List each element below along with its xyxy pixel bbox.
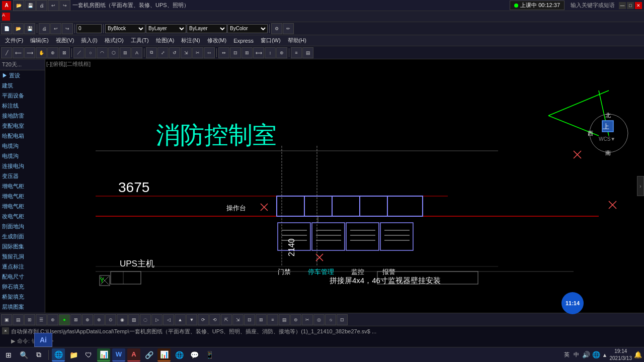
taskbar-volume[interactable]: 🔊 <box>582 351 590 358</box>
sidebar-item-11[interactable]: 增电气柜 <box>0 181 45 191</box>
btool-20[interactable]: ⇱ <box>221 314 232 325</box>
taskbar-link[interactable]: 🔗 <box>142 348 155 361</box>
toolbar-icon[interactable]: 🖨 <box>36 0 47 11</box>
btool-30[interactable]: ⊡ <box>337 314 348 325</box>
sidebar-item-7[interactable]: 电缆沟 <box>0 141 45 151</box>
menu-dim[interactable]: 标注(N) <box>178 36 203 45</box>
btool-21[interactable]: ⇲ <box>232 314 244 325</box>
btool-2[interactable]: ▤ <box>13 314 24 325</box>
taskbar-browser[interactable]: 🌐 <box>52 348 65 361</box>
btool-22[interactable]: ⊟ <box>244 314 255 325</box>
canvas-area[interactable]: [-][俯视][二维线框] 消防控制室 3675 操作 <box>45 59 644 313</box>
btool-15[interactable]: ◁ <box>163 314 174 325</box>
toolbar-icon[interactable]: ↩ <box>48 0 59 11</box>
menu-help[interactable]: 帮助(H) <box>285 36 309 45</box>
menu-insert[interactable]: 插入(I) <box>78 36 100 45</box>
btool-12[interactable]: ▨ <box>128 314 139 325</box>
taskbar-lang-en[interactable]: 英 <box>563 350 571 359</box>
btool-27[interactable]: ✂ <box>302 314 313 325</box>
menu-edit[interactable]: 编辑(E) <box>27 36 52 45</box>
draw-tool-3[interactable]: ⟶ <box>24 47 35 58</box>
draw-arc[interactable]: ◠ <box>97 47 108 58</box>
taskbar-autocad[interactable]: A <box>127 348 140 361</box>
draw-hatch[interactable]: ⊞ <box>120 47 131 58</box>
sidebar-item-2[interactable]: 平面设备 <box>0 90 45 101</box>
close-button[interactable]: ✕ <box>635 2 642 9</box>
modify-offset[interactable]: ⊟ <box>230 47 241 58</box>
sidebar-item-0[interactable]: ▶ 置设 <box>0 70 45 80</box>
btool-18[interactable]: ⟳ <box>198 314 209 325</box>
btool-23[interactable]: ⊞ <box>256 314 267 325</box>
btool-9[interactable]: ⊗ <box>94 314 105 325</box>
linetype-color-select[interactable]: ByLayer <box>146 24 186 33</box>
sidebar-item-23[interactable]: 层填图案 <box>0 302 45 312</box>
dim-linear[interactable]: ⟷ <box>253 47 264 58</box>
redo-btn[interactable]: ↪ <box>62 23 73 34</box>
properties-btn[interactable]: ⚙ <box>271 23 282 34</box>
color-select[interactable]: ByBlock <box>105 24 145 33</box>
menu-express[interactable]: Express <box>230 37 257 45</box>
draw-line[interactable]: ／ <box>73 47 85 58</box>
toolbar-icon[interactable]: ↪ <box>59 0 70 11</box>
minimize-button[interactable]: — <box>619 2 626 9</box>
btool-28[interactable]: ◎ <box>313 314 325 325</box>
maximize-button[interactable]: □ <box>627 2 634 9</box>
draw-tool-5[interactable]: ⊕ <box>47 47 58 58</box>
modify-mirror[interactable]: ⇔ <box>218 47 229 58</box>
taskbar-notification[interactable]: 🔔 <box>634 351 642 358</box>
taskbar-wechat[interactable]: 💬 <box>188 348 201 361</box>
btool-24[interactable]: ≡ <box>267 314 278 325</box>
btool-8[interactable]: ⊕ <box>82 314 93 325</box>
sidebar-item-14[interactable]: 改电气柜 <box>0 211 45 221</box>
btool-16[interactable]: ▲ <box>175 314 186 325</box>
taskbar-chrome[interactable]: 🌐 <box>173 348 186 361</box>
menu-file[interactable]: 文件(F) <box>2 36 26 45</box>
btool-10[interactable]: ⊙ <box>105 314 116 325</box>
taskbar-overflow[interactable]: ▲ <box>602 352 608 358</box>
draw-tool-2[interactable]: ⟵ <box>13 47 24 58</box>
modify-move[interactable]: ⤢ <box>157 47 169 58</box>
toolbar-icon[interactable]: 💾 <box>25 0 36 11</box>
sidebar-item-10[interactable]: 变压器 <box>0 171 45 181</box>
modify-extend[interactable]: ⇿ <box>204 47 215 58</box>
btool-11[interactable]: ◉ <box>117 314 128 325</box>
btool-26[interactable]: ⊜ <box>290 314 301 325</box>
taskbar-ppt[interactable]: 📊 <box>157 348 171 361</box>
cmd-input-field[interactable] <box>32 338 642 344</box>
modify-array[interactable]: ⊞ <box>242 47 253 58</box>
taskbar-lang-cn[interactable]: 中 <box>573 350 580 359</box>
sidebar-item-24[interactable]: 删除填充 <box>0 312 45 313</box>
taskbar-word[interactable]: W <box>112 348 125 361</box>
menu-draw[interactable]: 绘图(A) <box>153 36 178 45</box>
scroll-right[interactable]: › <box>637 176 644 196</box>
taskbar-excel[interactable]: 📊 <box>97 348 110 361</box>
undo-btn[interactable]: ↩ <box>50 23 61 34</box>
draw-tool-pan[interactable]: ✋ <box>36 47 47 58</box>
btool-5[interactable]: ⊛ <box>47 314 58 325</box>
sidebar-item-22[interactable]: 桥架填充 <box>0 292 45 302</box>
start-button[interactable]: ⊞ <box>2 348 15 361</box>
layer-manager[interactable]: ≡ <box>291 47 302 58</box>
sidebar-item-1[interactable]: 建筑 <box>0 80 45 90</box>
save-btn[interactable]: 💾 <box>24 23 35 34</box>
sidebar-item-19[interactable]: 逐点标注 <box>0 261 45 272</box>
menu-format[interactable]: 格式(O) <box>102 36 127 45</box>
menu-tools[interactable]: 工具(T) <box>128 36 152 45</box>
btool-3[interactable]: ⊞ <box>24 314 35 325</box>
menu-modify[interactable]: 修改(M) <box>204 36 230 45</box>
new-btn[interactable]: 📄 <box>1 23 12 34</box>
draw-tool-6[interactable]: ⊠ <box>59 47 70 58</box>
btool-4[interactable]: ☰ <box>36 314 47 325</box>
taskbar-shield[interactable]: 🛡 <box>82 348 95 361</box>
search-area[interactable]: 输入关键字或短语 <box>571 2 615 9</box>
cmd-close-button[interactable]: × <box>2 327 9 334</box>
btool-29[interactable]: ⍉ <box>325 314 336 325</box>
sidebar-item-13[interactable]: 增电气柜 <box>0 201 45 211</box>
btool-25[interactable]: ▤ <box>279 314 290 325</box>
sidebar-item-5[interactable]: 变配电室 <box>0 121 45 131</box>
sidebar-item-6[interactable]: 给配电箱 <box>0 131 45 141</box>
sidebar-item-17[interactable]: 国际图集 <box>0 241 45 251</box>
sidebar-item-21[interactable]: 卵石填充 <box>0 282 45 292</box>
match-btn[interactable]: ✏ <box>283 23 294 34</box>
sidebar-item-20[interactable]: 配电尺寸 <box>0 272 45 282</box>
